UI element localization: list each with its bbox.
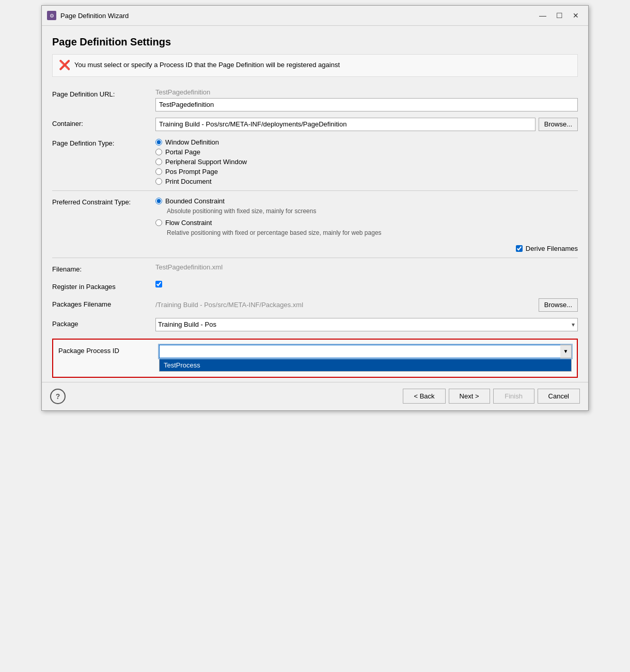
bounded-sub-text: Absolute positioning with fixed size, ma… xyxy=(155,207,578,215)
package-process-section: Package Process ID ▼ TestProcess xyxy=(52,339,578,378)
constraint-radio-group: Bounded Constraint Absolute positioning … xyxy=(155,196,578,238)
type-radio-peripheral-label: Peripheral Support Window xyxy=(165,158,247,166)
type-radio-peripheral[interactable]: Peripheral Support Window xyxy=(155,158,578,166)
filename-row: Filename: TestPagedefinition.xml xyxy=(52,260,578,278)
package-select-wrapper: Training Build - Pos xyxy=(155,318,578,331)
window-title: Page Definition Wizard xyxy=(60,12,129,20)
derive-row: Derive Filenames xyxy=(52,242,578,255)
maximize-button[interactable]: ☐ xyxy=(552,10,566,21)
package-process-dropdown-list: TestProcess xyxy=(159,359,572,372)
filename-label: Filename: xyxy=(52,263,155,273)
container-label: Container: xyxy=(52,118,155,127)
page-title: Page Definition Settings xyxy=(52,36,578,48)
derive-filenames-label: Derive Filenames xyxy=(526,245,578,252)
container-input[interactable] xyxy=(155,118,536,131)
package-control: Training Build - Pos xyxy=(155,318,578,331)
packages-filename-value: /Training Build - Pos/src/META-INF/Packa… xyxy=(155,301,536,309)
cancel-button[interactable]: Cancel xyxy=(538,389,580,404)
title-bar-controls: — ☐ ✕ xyxy=(536,10,583,21)
container-row: Container: Browse... xyxy=(52,115,578,134)
package-process-dropdown-wrapper: ▼ TestProcess xyxy=(159,345,572,372)
title-bar-left: ⚙ Page Definition Wizard xyxy=(47,11,129,20)
error-icon: ❌ xyxy=(59,60,70,71)
packages-filename-row: Packages Filename /Training Build - Pos/… xyxy=(52,295,578,315)
type-radio-portal-label: Portal Page xyxy=(165,148,200,156)
constraint-bounded-label: Bounded Constraint xyxy=(165,197,225,205)
packages-browse-button[interactable]: Browse... xyxy=(539,298,578,312)
help-button[interactable]: ? xyxy=(50,389,66,404)
package-process-input[interactable] xyxy=(159,345,572,358)
url-control: TestPagedefinition xyxy=(155,88,578,111)
derive-filenames-checkbox[interactable] xyxy=(516,245,523,252)
derive-filenames-checkbox-item[interactable]: Derive Filenames xyxy=(516,245,578,252)
content-area: Page Definition Settings ❌ You must sele… xyxy=(42,26,588,382)
type-radio-group: Window Definition Portal Page Peripheral… xyxy=(155,137,578,185)
footer: ? < Back Next > Finish Cancel xyxy=(42,382,588,410)
constraint-row: Preferred Constraint Type: Bounded Const… xyxy=(52,193,578,242)
window-icon: ⚙ xyxy=(47,11,56,20)
container-control: Browse... xyxy=(155,118,578,131)
wizard-window: ⚙ Page Definition Wizard — ☐ ✕ Page Defi… xyxy=(41,5,589,411)
packages-filename-label: Packages Filename xyxy=(52,298,155,308)
type-radio-portal[interactable]: Portal Page xyxy=(155,148,578,156)
type-control: Window Definition Portal Page Peripheral… xyxy=(155,137,578,185)
filename-value: TestPagedefinition.xml xyxy=(155,263,223,271)
constraint-control: Bounded Constraint Absolute positioning … xyxy=(155,196,578,238)
type-radio-pos[interactable]: Pos Prompt Page xyxy=(155,168,578,175)
url-row: Page Definition URL: TestPagedefinition xyxy=(52,85,578,115)
package-row: Package Training Build - Pos xyxy=(52,315,578,334)
type-label: Page Defintion Type: xyxy=(52,137,155,147)
error-banner: ❌ You must select or specify a Process I… xyxy=(52,54,578,77)
register-control xyxy=(155,281,578,289)
type-row: Page Defintion Type: Window Definition P… xyxy=(52,134,578,188)
filename-control: TestPagedefinition.xml xyxy=(155,263,578,271)
type-radio-print[interactable]: Print Document xyxy=(155,178,578,185)
footer-buttons: < Back Next > Finish Cancel xyxy=(403,389,580,404)
close-button[interactable]: ✕ xyxy=(569,10,583,21)
finish-button[interactable]: Finish xyxy=(493,389,534,404)
package-select[interactable]: Training Build - Pos xyxy=(155,318,578,331)
back-button[interactable]: < Back xyxy=(403,389,445,404)
type-radio-print-label: Print Document xyxy=(165,178,212,185)
package-process-label: Package Process ID xyxy=(58,345,154,355)
url-placeholder-text: TestPagedefinition xyxy=(155,88,578,98)
packages-filename-control: /Training Build - Pos/src/META-INF/Packa… xyxy=(155,298,578,312)
dropdown-option-testprocess[interactable]: TestProcess xyxy=(160,359,571,371)
package-process-dropdown-arrow[interactable]: ▼ xyxy=(560,345,572,358)
constraint-flow-label: Flow Constraint xyxy=(165,219,212,227)
next-button[interactable]: Next > xyxy=(449,389,490,404)
type-radio-window[interactable]: Window Definition xyxy=(155,138,578,146)
minimize-button[interactable]: — xyxy=(536,10,550,21)
flow-sub-text: Relative positioning with fixed or perce… xyxy=(155,229,578,236)
register-row: Register in Packages xyxy=(52,278,578,295)
url-label: Page Definition URL: xyxy=(52,88,155,98)
register-label: Register in Packages xyxy=(52,281,155,291)
type-radio-pos-label: Pos Prompt Page xyxy=(165,168,218,175)
form-section: Page Definition URL: TestPagedefinition … xyxy=(52,85,578,334)
container-browse-button[interactable]: Browse... xyxy=(539,118,578,131)
constraint-label: Preferred Constraint Type: xyxy=(52,196,155,206)
url-input[interactable] xyxy=(155,98,578,111)
package-label: Package xyxy=(52,318,155,328)
constraint-radio-flow[interactable]: Flow Constraint xyxy=(155,219,578,227)
title-bar: ⚙ Page Definition Wizard — ☐ ✕ xyxy=(42,6,588,26)
package-process-row: Package Process ID ▼ TestProcess xyxy=(58,345,572,372)
error-message: You must select or specify a Process ID … xyxy=(74,60,340,70)
type-radio-window-label: Window Definition xyxy=(165,138,219,146)
register-checkbox[interactable] xyxy=(155,281,162,287)
constraint-radio-bounded[interactable]: Bounded Constraint xyxy=(155,197,578,205)
